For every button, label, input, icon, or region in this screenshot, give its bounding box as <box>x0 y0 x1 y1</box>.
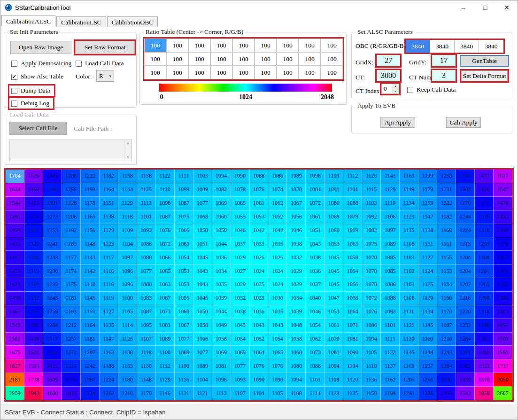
alsc-cell[interactable]: 1077 <box>193 197 212 210</box>
alsc-cell[interactable]: 1515 <box>6 319 24 333</box>
ratio-cell[interactable]: 100 <box>166 52 188 66</box>
alsc-cell[interactable]: 1231 <box>437 183 456 197</box>
alsc-cell[interactable]: 1233 <box>43 251 62 264</box>
alsc-cell[interactable]: 1943 <box>24 387 43 400</box>
alsc-cell[interactable]: 1378 <box>494 237 512 251</box>
alsc-cell[interactable]: 1088 <box>343 197 362 210</box>
alsc-cell[interactable]: 1105 <box>268 387 287 400</box>
set-raw-format-button[interactable]: Set Raw Format <box>75 41 135 54</box>
alsc-cell[interactable]: 1327 <box>456 346 475 359</box>
alsc-cell[interactable]: 1046 <box>231 224 250 238</box>
alsc-cell[interactable]: 1089 <box>193 359 212 373</box>
spin-down-icon[interactable]: ▼ <box>392 89 399 94</box>
alsc-cell[interactable]: 1224 <box>100 373 118 387</box>
alsc-cell[interactable]: 1547 <box>494 183 512 197</box>
alsc-cell[interactable]: 1038 <box>287 237 306 251</box>
alsc-cell[interactable]: 1091 <box>325 183 343 197</box>
alsc-cell[interactable]: 2181 <box>6 373 24 387</box>
alsc-cell[interactable]: 1053 <box>175 278 193 292</box>
alsc-cell[interactable]: 1043 <box>306 237 325 251</box>
alsc-cell[interactable]: 1117 <box>100 251 118 264</box>
alsc-cell[interactable]: 1109 <box>118 224 137 238</box>
alsc-cell[interactable]: 1050 <box>212 224 231 238</box>
alsc-cell[interactable]: 1369 <box>494 278 512 292</box>
alsc-cell[interactable]: 1027 <box>231 264 250 278</box>
alsc-cell[interactable]: 1043 <box>250 319 269 333</box>
alsc-cell[interactable]: 1072 <box>306 197 325 210</box>
alsc-cell[interactable]: 1243 <box>437 346 456 359</box>
alsc-cell[interactable]: 1086 <box>306 359 325 373</box>
alsc-cell[interactable]: 1241 <box>43 237 62 251</box>
alsc-cell[interactable]: 1310 <box>475 224 494 238</box>
alsc-cell[interactable]: 1029 <box>231 278 250 292</box>
alsc-cell[interactable]: 1123 <box>400 210 418 224</box>
alsc-cell[interactable]: 1153 <box>437 264 456 278</box>
alsc-cell[interactable]: 1090 <box>231 170 250 183</box>
alsc-cell[interactable]: 1122 <box>156 170 175 183</box>
alsc-cell[interactable]: 1332 <box>24 292 43 305</box>
alsc-cell[interactable]: 1118 <box>118 210 137 224</box>
alsc-cell[interactable]: 1116 <box>175 373 193 387</box>
alsc-cell[interactable]: 1593 <box>24 359 43 373</box>
alsc-cell[interactable]: 1258 <box>437 170 456 183</box>
alsc-cell[interactable]: 1435 <box>62 387 81 400</box>
alsc-cell[interactable]: 1103 <box>362 197 381 210</box>
alsc-cell[interactable]: 1072 <box>156 237 175 251</box>
alsc-cell[interactable]: 1094 <box>362 333 381 346</box>
alsc-cell[interactable]: 1090 <box>268 373 287 387</box>
alsc-cell[interactable]: 1617 <box>494 170 512 183</box>
alsc-cell[interactable]: 1078 <box>231 183 250 197</box>
alsc-cell[interactable]: 1164 <box>100 183 118 197</box>
ratio-cell[interactable]: 100 <box>255 52 277 66</box>
ratio-cell[interactable]: 100 <box>210 52 232 66</box>
alsc-cell[interactable]: 1317 <box>43 333 62 346</box>
alsc-cell[interactable]: 1259 <box>43 305 62 319</box>
alsc-cell[interactable]: 1104 <box>193 373 212 387</box>
alsc-cell[interactable]: 1315 <box>62 359 81 373</box>
alsc-cell[interactable]: 1163 <box>400 170 418 183</box>
alsc-cell[interactable]: 2050 <box>494 373 512 387</box>
alsc-cell[interactable]: 1084 <box>306 183 325 197</box>
alsc-cell[interactable]: 1042 <box>250 224 269 238</box>
alsc-cell[interactable]: 1182 <box>437 210 456 224</box>
alsc-cell[interactable]: 1051 <box>306 224 325 238</box>
alsc-cell[interactable]: 1089 <box>193 183 212 197</box>
alsc-cell[interactable]: 1391 <box>475 333 494 346</box>
alsc-cell[interactable]: 1114 <box>118 319 137 333</box>
keep-cali-data-checkbox[interactable] <box>407 87 413 93</box>
alsc-cell[interactable]: 1058 <box>287 333 306 346</box>
alsc-cell[interactable]: 1199 <box>81 183 100 197</box>
alsc-cell[interactable]: 1077 <box>231 359 250 373</box>
alsc-cell[interactable]: 1078 <box>287 183 306 197</box>
alsc-cell[interactable]: 1204 <box>456 264 475 278</box>
alsc-cell[interactable]: 1096 <box>212 373 231 387</box>
alsc-cell[interactable]: 1261 <box>418 373 437 387</box>
alsc-cell[interactable]: 1049 <box>212 319 231 333</box>
ratio-cell[interactable]: 100 <box>255 66 277 79</box>
alsc-cell[interactable]: 1188 <box>100 359 118 373</box>
ratio-cell[interactable]: 100 <box>255 39 277 52</box>
alsc-cell[interactable]: 1029 <box>287 278 306 292</box>
alsc-cell[interactable]: 1095 <box>137 319 156 333</box>
color-dropdown[interactable]: R ▾ <box>96 70 114 82</box>
alsc-cell[interactable]: 1116 <box>100 264 118 278</box>
alsc-cell[interactable]: 1165 <box>81 210 100 224</box>
alsc-cell[interactable]: 1210 <box>437 333 456 346</box>
alsc-cell[interactable]: 1469 <box>24 183 43 197</box>
ratio-cell[interactable]: 100 <box>144 39 166 52</box>
alsc-cell[interactable]: 1070 <box>362 278 381 292</box>
alsc-cell[interactable]: 1086 <box>381 278 400 292</box>
alsc-cell[interactable]: 1438 <box>24 333 43 346</box>
alsc-cell[interactable]: 1241 <box>400 387 418 400</box>
alsc-cell[interactable]: 1025 <box>250 278 269 292</box>
alsc-cell[interactable]: 1252 <box>456 319 475 333</box>
alsc-cell[interactable]: 1063 <box>156 278 175 292</box>
alsc-cell[interactable]: 1270 <box>456 197 475 210</box>
alsc-cell[interactable]: 1092 <box>362 210 381 224</box>
alsc-cell[interactable]: 1056 <box>287 210 306 224</box>
alsc-cell[interactable]: 1101 <box>306 373 325 387</box>
alsc-cell[interactable]: 1051 <box>193 237 212 251</box>
alsc-cell[interactable]: 1058 <box>212 333 231 346</box>
alsc-cell[interactable]: 1164 <box>81 319 100 333</box>
alsc-cell[interactable]: 1306 <box>418 387 437 400</box>
